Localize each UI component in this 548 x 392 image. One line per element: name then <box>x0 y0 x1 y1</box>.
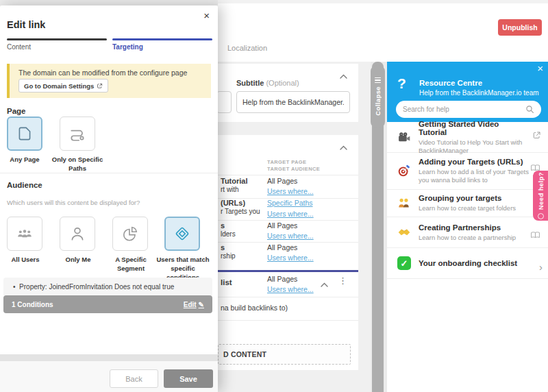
expanded-row-title: list <box>221 278 232 286</box>
unpublish-button[interactable]: Unpublish <box>498 19 542 36</box>
condition-property-text: Property: JoinedFromInvitation Does not … <box>19 283 174 291</box>
table-row-subtitle: rship <box>221 252 236 260</box>
close-icon[interactable]: × <box>203 10 210 21</box>
audience-section-title: Audience <box>7 181 42 189</box>
chevron-up-icon <box>340 145 347 150</box>
target-page-value: All Pages <box>267 177 297 185</box>
open-external-button[interactable] <box>532 131 541 142</box>
list-item-grouping-targets[interactable]: Grouping your targets Learn how to creat… <box>387 190 548 217</box>
help-item-description: Video Tutorial to Help You Start with Ba… <box>419 138 529 155</box>
collapse-panel-button[interactable]: Collapse <box>371 65 385 128</box>
open-article-button[interactable] <box>531 230 540 241</box>
help-item-description: Learn how to create target folders <box>419 204 529 212</box>
audience-option-only-me[interactable] <box>60 217 95 251</box>
chevron-up-icon <box>321 282 328 287</box>
collapse-label: Collapse <box>374 86 382 116</box>
target-page-value: All Pages <box>267 221 297 230</box>
help-search-box[interactable] <box>396 101 541 118</box>
dart-target-icon <box>397 164 410 177</box>
go-to-domain-settings-button[interactable]: Go to Domain Settings <box>18 79 108 93</box>
person-icon <box>68 225 86 243</box>
resource-centre-subtitle: Help from the BacklinkManager.io team <box>419 89 539 97</box>
search-input[interactable] <box>403 106 525 113</box>
target-page-value: All Pages <box>267 243 297 252</box>
page-option-label: Any Page <box>0 156 52 164</box>
screen: Unpublish Localization Subtitle (Optiona… <box>0 0 548 392</box>
subtitle-optional-text: (Optional) <box>266 79 299 87</box>
subtitle-card: Subtitle (Optional) <box>218 64 358 122</box>
active-row-divider <box>218 270 358 272</box>
resource-centre-title: Resource Centre <box>419 79 482 87</box>
back-button[interactable]: Back <box>110 369 158 388</box>
path-icon <box>68 125 86 143</box>
bullet-icon: • <box>13 283 16 291</box>
subtitle-field-label: Subtitle (Optional) <box>236 79 299 87</box>
tab-localization[interactable]: Localization <box>227 44 267 52</box>
row-divider <box>218 297 358 297</box>
help-item-title: Your onboarding checklist <box>419 259 529 267</box>
help-item-title: Getting Started Video Tutorial <box>419 120 529 136</box>
audience-option-label: All Users <box>0 256 53 265</box>
chevron-right-icon[interactable]: › <box>539 262 543 272</box>
page-section-title: Page <box>7 107 26 115</box>
target-audience-link[interactable]: Users where... <box>267 254 314 262</box>
save-button[interactable]: Save <box>164 369 213 388</box>
column-header-target-page: TARGET PAGE <box>267 159 306 165</box>
audience-option-all-users[interactable] <box>7 217 42 251</box>
tab-content[interactable]: Content <box>7 43 31 51</box>
list-item-onboarding-checklist[interactable]: ✓ Your onboarding checklist <box>387 248 548 279</box>
domain-notice-text: The domain can be modified from the conf… <box>18 69 187 77</box>
modal-title: Edit link <box>7 19 45 30</box>
need-help-badge[interactable]: Need help? <box>533 171 548 221</box>
video-camera-icon <box>397 132 411 143</box>
domain-notice: The domain can be modified from the conf… <box>7 64 211 98</box>
tab-targeting[interactable]: Targeting <box>112 43 143 51</box>
audience-option-segment[interactable] <box>112 217 148 251</box>
target-audience-link[interactable]: Users where... <box>267 210 314 218</box>
search-icon <box>525 105 534 114</box>
list-item-adding-targets[interactable]: Adding your Targets (URLs) Learn how to … <box>387 153 548 190</box>
audience-option-label: A Specific Segment <box>103 256 158 273</box>
table-row-subtitle: lders <box>221 230 236 238</box>
row-menu-button[interactable]: ⋮ <box>338 275 347 286</box>
title-input-partial[interactable] <box>216 91 232 113</box>
help-item-title: Grouping your targets <box>419 194 529 202</box>
pie-chart-icon <box>121 225 139 243</box>
close-icon[interactable]: × <box>537 62 543 74</box>
edit-label: Edit <box>184 301 197 308</box>
conditions-block: • Property: JoinedFromInvitation Does no… <box>3 278 212 313</box>
target-audience-link[interactable]: Users where... <box>267 187 314 195</box>
collapse-section-button[interactable] <box>338 140 349 154</box>
section-divider <box>0 173 218 173</box>
edit-link-modal-body: × Edit link Content Targeting The domain… <box>0 5 218 354</box>
tab-content-indicator <box>7 38 107 40</box>
edit-conditions-button[interactable]: Edit ✎ <box>184 301 204 308</box>
collapse-section-button[interactable] <box>338 69 349 82</box>
row-divider <box>218 175 358 175</box>
users-group-icon <box>16 228 33 239</box>
page-option-any-page[interactable] <box>7 117 42 151</box>
add-content-button[interactable]: D CONTENT <box>218 344 351 365</box>
resource-centre-panel: × ? Resource Centre Help from the Backli… <box>387 62 548 392</box>
page-option-specific-paths[interactable] <box>60 117 95 151</box>
target-audience-link[interactable]: Users where... <box>267 232 314 240</box>
subtitle-input[interactable] <box>236 91 350 113</box>
external-link-icon <box>532 131 541 140</box>
list-item-creating-partnerships[interactable]: Creating Partnerships Learn how to creat… <box>387 217 548 248</box>
list-item-getting-started[interactable]: Getting Started Video Tutorial Video Tut… <box>387 122 548 153</box>
diamond-icon <box>173 225 191 243</box>
conditions-summary-bar: 1 Conditions Edit ✎ <box>3 295 212 313</box>
help-item-title: Adding your Targets (URLs) <box>419 158 529 166</box>
collapse-row-button[interactable] <box>319 278 329 291</box>
people-group-icon <box>397 197 410 209</box>
external-link-icon <box>97 83 103 89</box>
audience-option-conditions[interactable] <box>164 217 200 251</box>
document-icon <box>16 125 34 143</box>
help-item-title: Creating Partnerships <box>419 223 529 232</box>
table-row-title: s <box>221 221 225 230</box>
target-page-link[interactable]: Specific Paths <box>267 199 313 207</box>
help-item-description: Learn how to add a list of your Targets … <box>419 168 529 184</box>
conditions-count: 1 Conditions <box>12 301 53 308</box>
help-article-list: Getting Started Video Tutorial Video Tut… <box>387 122 548 279</box>
target-audience-link[interactable]: Users where... <box>267 285 314 293</box>
